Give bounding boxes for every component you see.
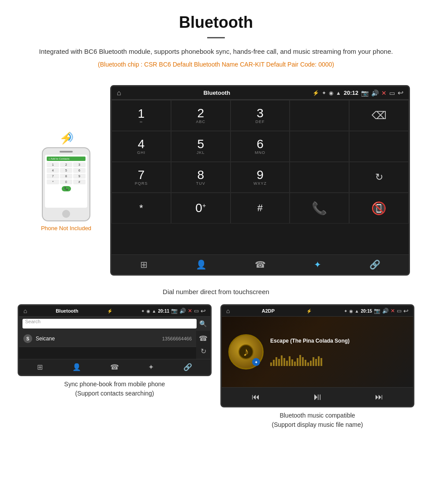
dialpad-key-5[interactable]: 5 JKL — [171, 131, 231, 162]
phone-key-4[interactable]: 4 — [47, 168, 59, 173]
pb-cam-icon[interactable]: 📷 — [171, 308, 178, 314]
phone-not-included-label: Phone Not Included — [41, 225, 91, 231]
music-sig-icon: ▲ — [355, 309, 359, 314]
back-icon[interactable]: ↩ — [398, 89, 403, 97]
time-display: 20:12 — [344, 90, 358, 96]
close-icon[interactable]: ✕ — [381, 90, 387, 97]
nav-person-icon[interactable]: 👤 — [196, 259, 207, 270]
music-close-icon[interactable]: ✕ — [391, 308, 395, 314]
music-equalizer-viz — [270, 348, 406, 366]
viz-bar — [291, 359, 293, 366]
pb-usb-icon: ⚡ — [107, 309, 112, 314]
pb-contact-row[interactable]: S Seicane 13566664466 — [19, 331, 196, 347]
usb-icon: ⚡ — [313, 90, 319, 96]
pb-nav-grid-icon[interactable]: ⊞ — [37, 363, 43, 371]
statusbar-right: ⚡ ✦ ◉ ▲ 20:12 📷 🔊 ✕ ▭ ↩ — [313, 89, 403, 97]
phone-key-3[interactable]: 3 — [73, 162, 86, 167]
phonebook-screen: ⌂ Bluetooth ⚡ ✦ ◉ ▲ 20:11 📷 🔊 ✕ ▭ ↩ — [18, 304, 212, 376]
viz-bar — [294, 362, 296, 366]
pb-search-placeholder: Search — [25, 319, 41, 324]
phone-key-star[interactable]: * — [47, 179, 59, 184]
location-icon: ◉ — [329, 90, 333, 96]
volume-icon[interactable]: 🔊 — [371, 90, 379, 97]
phone-key-6[interactable]: 6 — [73, 168, 86, 173]
phone-key-2[interactable]: 2 — [60, 162, 72, 167]
viz-bar — [289, 356, 290, 366]
bluetooth-info: (Bluetooth chip : CSR BC6 Default Blueto… — [9, 60, 423, 69]
phonebook-caption: Sync phone-book from mobile phone(Suppor… — [18, 380, 212, 398]
viz-bar — [281, 355, 283, 366]
pb-nav-person-icon[interactable]: 👤 — [72, 363, 81, 371]
viz-bar — [302, 357, 304, 366]
dialpad-refresh[interactable]: ↻ — [349, 162, 409, 193]
viz-bar — [313, 357, 314, 366]
pb-search-icon[interactable]: 🔍 — [199, 320, 207, 327]
bt-signal-icon: ⚡ — [57, 130, 75, 145]
music-cam-icon[interactable]: 📷 — [374, 308, 380, 314]
music-back-icon[interactable]: ↩ — [403, 307, 409, 314]
svg-text:⚡: ⚡ — [59, 131, 74, 145]
music-status-icons: ✦ ◉ ▲ 20:15 📷 🔊 ✕ ▭ ↩ — [344, 307, 409, 314]
dialpad-key-4[interactable]: 4 GHI — [112, 131, 171, 162]
phone-home-button[interactable] — [62, 210, 70, 218]
music-next-icon[interactable]: ⏭ — [375, 392, 383, 402]
dial-caption: Dial number direct from touchscreen — [0, 288, 432, 295]
pb-statusbar: ⌂ Bluetooth ⚡ ✦ ◉ ▲ 20:11 📷 🔊 ✕ ▭ ↩ — [19, 306, 210, 317]
dialpad-key-3[interactable]: 3 DEF — [231, 100, 290, 131]
camera-icon[interactable]: 📷 — [361, 90, 369, 97]
dialpad-key-0[interactable]: 0+ — [171, 193, 231, 224]
nav-phone-icon[interactable]: ☎ — [255, 259, 266, 270]
phone-key-8[interactable]: 8 — [60, 174, 72, 179]
phone-key-7[interactable]: 7 — [47, 174, 59, 179]
music-play-pause-icon[interactable]: ⏯ — [313, 391, 322, 403]
pb-back-icon[interactable]: ↩ — [201, 307, 206, 314]
dialpad-call-green[interactable]: 📞 — [290, 193, 349, 224]
pb-contact-number: 13566664466 — [162, 336, 192, 341]
phone-key-1[interactable]: 1 — [47, 162, 59, 167]
nav-grid-icon[interactable]: ⊞ — [140, 259, 148, 270]
dialpad-key-1[interactable]: 1 ∞ — [112, 100, 171, 131]
pb-main-area: S Seicane 13566664466 ☎ ↻ — [19, 331, 210, 359]
phone-key-9[interactable]: 9 — [73, 174, 86, 179]
music-album-art: ♪ ✦ — [228, 334, 264, 370]
dialpad-key-7[interactable]: 7 PQRS — [112, 162, 171, 193]
dialpad-key-6[interactable]: 6 MNO — [231, 131, 290, 162]
viz-bar — [320, 358, 322, 366]
viz-bar — [315, 359, 317, 366]
pb-nav-link-icon[interactable]: 🔗 — [183, 363, 192, 371]
viz-bar — [307, 362, 309, 366]
bottom-screenshots: ⌂ Bluetooth ⚡ ✦ ◉ ▲ 20:11 📷 🔊 ✕ ▭ ↩ — [0, 304, 432, 438]
music-vol-icon[interactable]: 🔊 — [382, 308, 389, 314]
pb-search-box[interactable]: Search — [22, 319, 197, 329]
dialpad-key-hash[interactable]: # — [231, 193, 290, 224]
pb-close-icon[interactable]: ✕ — [188, 308, 192, 314]
dialpad-key-2[interactable]: 2 ABC — [171, 100, 231, 131]
dialpad-call-red[interactable]: 📵 — [349, 193, 409, 224]
pb-nav-bt-icon[interactable]: ✦ — [148, 363, 154, 371]
music-prev-icon[interactable]: ⏮ — [252, 392, 260, 402]
car-dial-screen: ⌂ Bluetooth ⚡ ✦ ◉ ▲ 20:12 📷 🔊 ✕ ▭ ↩ 1 ∞ — [110, 85, 410, 276]
pb-home-icon[interactable]: ⌂ — [23, 307, 27, 314]
nav-bluetooth-icon[interactable]: ✦ — [314, 259, 321, 270]
nav-link-icon[interactable]: 🔗 — [369, 259, 380, 270]
dialpad-backspace[interactable]: ⌫ — [349, 100, 409, 131]
home-icon[interactable]: ⌂ — [117, 89, 121, 97]
music-win-icon[interactable]: ▭ — [397, 308, 402, 314]
window-icon[interactable]: ▭ — [389, 90, 395, 97]
music-bt-icon: ✦ — [344, 309, 347, 314]
page-title: Bluetooth — [9, 13, 423, 32]
pb-nav-phone-icon[interactable]: ☎ — [110, 363, 119, 371]
dialpad-key-9[interactable]: 9 WXYZ — [231, 162, 290, 193]
phone-key-hash[interactable]: # — [73, 179, 86, 184]
pb-vol-icon[interactable]: 🔊 — [179, 308, 186, 314]
phone-key-0[interactable]: 0 — [60, 179, 72, 184]
pb-win-icon[interactable]: ▭ — [194, 308, 199, 314]
phone-key-5[interactable]: 5 — [60, 168, 72, 173]
dialpad-key-8[interactable]: 8 TUV — [171, 162, 231, 193]
music-home-icon[interactable]: ⌂ — [226, 307, 230, 314]
pb-right-refresh-icon[interactable]: ↻ — [201, 347, 206, 355]
phone-call-btn[interactable]: 📞 — [62, 186, 71, 191]
dialpad-key-star[interactable]: * — [112, 193, 171, 224]
statusbar-title: Bluetooth — [203, 90, 230, 96]
pb-right-phone-icon[interactable]: ☎ — [199, 334, 208, 343]
